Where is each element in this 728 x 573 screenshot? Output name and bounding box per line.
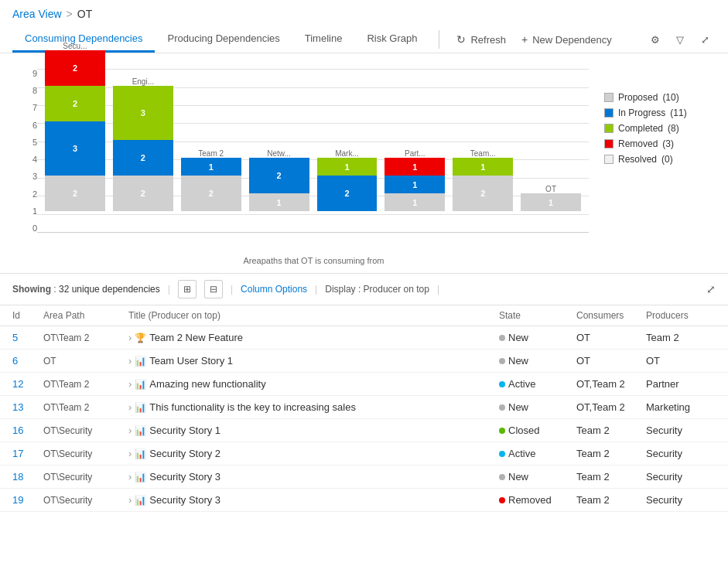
- bottom-section: Showing : 32 unique dependencies | ⊞ ⊟ |…: [0, 273, 728, 512]
- legend-label-inprogress: In Progress: [618, 107, 665, 118]
- legend-count-removed: (3): [662, 138, 674, 149]
- title-icon: 📊: [135, 449, 146, 459]
- fullscreen-icon[interactable]: ⤢: [706, 283, 716, 295]
- row-state: New: [499, 471, 576, 483]
- row-producers: Security: [646, 471, 716, 483]
- bar-group-4[interactable]: 21Mark...: [317, 146, 378, 211]
- row-id[interactable]: 5: [12, 332, 43, 343]
- title-icon: 🏆: [135, 333, 146, 343]
- showing-label: Showing : 32 unique dependencies: [12, 284, 160, 295]
- table-row[interactable]: 16 OT\Security › 📊 Security Story 1 Clos…: [0, 419, 728, 442]
- bar-segment-1-1: 2: [113, 140, 173, 176]
- col-header-state: State: [499, 310, 576, 321]
- table-row[interactable]: 18 OT\Security › 📊 Security Story 3 New …: [0, 466, 728, 489]
- new-dependency-button[interactable]: + New Dependency: [514, 29, 620, 50]
- bar-group-1[interactable]: 223Engi...: [113, 74, 173, 211]
- expand-rows-button[interactable]: ⊞: [178, 280, 197, 298]
- row-producers: Marketing: [646, 401, 716, 413]
- state-dot: [499, 404, 505, 411]
- row-id[interactable]: 19: [12, 494, 43, 506]
- tab-producing-dependencies[interactable]: Producing Dependencies: [155, 26, 292, 53]
- bar-group-3[interactable]: 12Netw...: [249, 146, 309, 211]
- tab-timeline[interactable]: Timeline: [292, 26, 355, 53]
- state-dot: [499, 335, 505, 341]
- legend-color-removed: [604, 139, 614, 148]
- state-dot: [499, 358, 505, 364]
- settings-button[interactable]: ⚙: [644, 29, 666, 50]
- row-id[interactable]: 16: [12, 425, 43, 436]
- row-id[interactable]: 12: [12, 378, 43, 390]
- expand-arrow[interactable]: ›: [128, 425, 132, 436]
- row-title: › 🏆 Team 2 New Feature: [128, 332, 499, 343]
- row-id[interactable]: 6: [12, 355, 43, 367]
- bar-group-7[interactable]: 1OT: [521, 182, 581, 211]
- filter-button[interactable]: ▽: [669, 29, 691, 50]
- bar-segment-6-2: 1: [453, 158, 513, 176]
- expand-button[interactable]: ⤢: [694, 29, 716, 50]
- sep3: |: [315, 284, 317, 295]
- bar-segment-3-1: 2: [249, 158, 309, 193]
- collapse-rows-button[interactable]: ⊟: [204, 280, 223, 298]
- table-row[interactable]: 13 OT\Team 2 › 📊 This functionality is t…: [0, 396, 728, 419]
- legend-count-completed: (8): [668, 123, 679, 134]
- bar-label-7: OT: [521, 185, 581, 193]
- row-title-text: Security Story 1: [149, 425, 220, 436]
- table-row[interactable]: 17 OT\Security › 📊 Security Story 2 Acti…: [0, 442, 728, 466]
- table-row[interactable]: 19 OT\Security › 📊 Security Story 3 Remo…: [0, 489, 728, 512]
- row-state: Active: [499, 378, 576, 390]
- bar-segment-5-3: 1: [385, 158, 445, 176]
- row-consumers: OT,Team 2: [576, 401, 646, 413]
- bar-group-6[interactable]: 21Team...: [453, 146, 513, 211]
- table-body: 5 OT\Team 2 › 🏆 Team 2 New Feature New O…: [0, 326, 728, 512]
- expand-arrow[interactable]: ›: [128, 471, 132, 483]
- state-dot: [499, 497, 505, 503]
- bar-group-5[interactable]: 111Part...: [385, 146, 445, 211]
- bar-segment-6-0: 2: [453, 176, 513, 211]
- row-id[interactable]: 18: [12, 471, 43, 483]
- expand-arrow[interactable]: ›: [128, 494, 132, 506]
- bar-group-2[interactable]: 21Team 2: [181, 146, 241, 211]
- row-id[interactable]: 13: [12, 401, 43, 413]
- row-state: New: [499, 332, 576, 343]
- expand-arrow[interactable]: ›: [128, 355, 132, 367]
- refresh-icon: ↻: [456, 33, 466, 46]
- bar-segment-1-2: 3: [113, 86, 173, 140]
- bar-group-0[interactable]: 2322Secu...: [45, 39, 105, 211]
- expand-arrow[interactable]: ›: [128, 378, 132, 390]
- legend-count-inprogress: (11): [670, 107, 686, 118]
- tab-risk-graph[interactable]: Risk Graph: [354, 26, 429, 53]
- row-id[interactable]: 17: [12, 448, 43, 459]
- legend-proposed: Proposed (10): [604, 92, 713, 103]
- row-title-text: This functionality is the key to increas…: [149, 401, 356, 413]
- column-options-link[interactable]: Column Options: [241, 284, 307, 295]
- breadcrumb: Area View > OT: [12, 8, 716, 20]
- row-consumers: Team 2: [576, 448, 646, 459]
- table-row[interactable]: 12 OT\Team 2 › 📊 Amazing new functionali…: [0, 373, 728, 396]
- row-area-path: OT\Security: [43, 449, 128, 459]
- expand-arrow[interactable]: ›: [128, 401, 132, 413]
- row-area-path: OT\Team 2: [43, 333, 128, 343]
- chart-section: 0 1 2 3 4 5 6 7 8 9: [0, 53, 728, 273]
- legend-color-completed: [604, 124, 614, 133]
- y-label-5: 5: [15, 138, 37, 147]
- bar-segment-3-0: 1: [249, 193, 309, 211]
- expand-arrow[interactable]: ›: [128, 448, 132, 459]
- breadcrumb-area[interactable]: Area View: [12, 8, 62, 20]
- bar-segment-0-1: 3: [45, 121, 105, 176]
- bar-label-6: Team...: [453, 149, 513, 158]
- expand-arrow[interactable]: ›: [128, 332, 132, 343]
- refresh-button[interactable]: ↻ Refresh: [449, 29, 514, 50]
- row-title: › 📊 Security Story 1: [128, 425, 499, 436]
- row-area-path: OT\Security: [43, 425, 128, 436]
- row-state: Removed: [499, 494, 576, 506]
- row-consumers: Team 2: [576, 425, 646, 436]
- row-state: Active: [499, 448, 576, 459]
- col-header-consumers: Consumers: [576, 310, 646, 321]
- table-row[interactable]: 5 OT\Team 2 › 🏆 Team 2 New Feature New O…: [0, 326, 728, 350]
- row-title-text: Team 2 New Feature: [149, 332, 243, 343]
- y-axis: 0 1 2 3 4 5 6 7 8 9: [15, 69, 37, 254]
- row-title-text: Team User Story 1: [149, 355, 233, 367]
- header: Area View > OT Consuming Dependencies Pr…: [0, 0, 728, 53]
- bar-label-2: Team 2: [181, 149, 241, 158]
- table-row[interactable]: 6 OT › 📊 Team User Story 1 New OT OT: [0, 350, 728, 373]
